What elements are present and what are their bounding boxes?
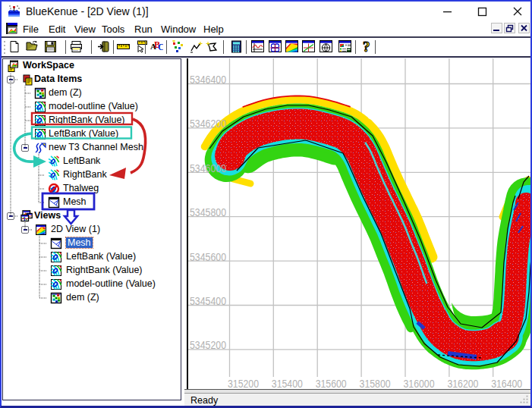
svg-text:315400: 315400 bbox=[272, 377, 303, 390]
svg-text:C: C bbox=[158, 42, 163, 52]
svg-text:5345400: 5345400 bbox=[190, 294, 226, 307]
svg-text:5346400: 5346400 bbox=[190, 73, 226, 86]
svg-text:315800: 315800 bbox=[360, 377, 391, 390]
svg-text:?: ? bbox=[363, 40, 370, 53]
svg-text:5346200: 5346200 bbox=[190, 117, 226, 130]
svg-text:315200: 315200 bbox=[228, 377, 259, 390]
svg-text:5345600: 5345600 bbox=[190, 250, 226, 263]
svg-text:316400: 316400 bbox=[491, 377, 522, 390]
svg-text:5346000: 5346000 bbox=[190, 162, 226, 174]
svg-text:5345800: 5345800 bbox=[190, 206, 226, 218]
svg-text:316200: 316200 bbox=[447, 377, 478, 390]
svg-text:5345200: 5345200 bbox=[190, 338, 226, 351]
svg-text:316000: 316000 bbox=[404, 377, 435, 390]
svg-text:315600: 315600 bbox=[316, 377, 347, 390]
